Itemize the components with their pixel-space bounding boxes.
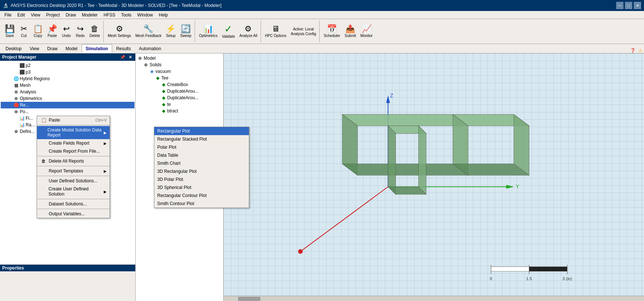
- create-fields-report-item[interactable]: Create Fields Report ▶: [37, 139, 110, 147]
- monitor-button[interactable]: 📈 Monitor: [358, 24, 374, 39]
- scrollbar-thumb[interactable]: [238, 297, 260, 301]
- menu-draw[interactable]: Draw: [63, 12, 79, 18]
- menu-hfss[interactable]: HFSS: [101, 12, 118, 18]
- delete-all-reports-item[interactable]: 🗑 Delete All Reports: [37, 157, 110, 165]
- smith-contour-plot-item[interactable]: Smith Contour Plot: [154, 200, 249, 208]
- tree-item-p2[interactable]: ⬛ p2: [1, 62, 135, 69]
- pin-icon[interactable]: 📌: [120, 54, 126, 60]
- rectangular-stacked-plot-item[interactable]: Rectangular Stacked Plot: [154, 135, 249, 143]
- sweep-button[interactable]: 🔄 Sweep: [178, 24, 193, 39]
- user-defined-solutions-item[interactable]: User Defined Solutions...: [37, 177, 110, 185]
- tree-item-mesh[interactable]: ▦ Mesh: [1, 82, 135, 89]
- menu-file[interactable]: File: [1, 12, 14, 18]
- hpc-options-button[interactable]: 🖥 HPC Options: [263, 24, 288, 39]
- 3d-spherical-plot-item[interactable]: 3D Spherical Plot: [154, 183, 249, 192]
- tree-vacuum[interactable]: ◆ vacuum: [136, 68, 222, 75]
- copy-button[interactable]: 📋 Copy: [31, 24, 45, 39]
- scheduler-button[interactable]: 📅 Scheduler: [322, 24, 342, 39]
- menu-window[interactable]: Window: [135, 12, 156, 18]
- tree-item-p3[interactable]: ⬛ p3: [1, 69, 135, 75]
- active-local-label: Active: Local: [293, 27, 314, 31]
- panel-header-controls[interactable]: 📌 ✕: [120, 54, 133, 60]
- tree-item-po[interactable]: ⊕ Po...: [1, 108, 135, 115]
- redo-icon: ↪: [77, 25, 84, 33]
- optimetrics-icon: 📊: [203, 25, 213, 33]
- output-variables-item[interactable]: Output Variables...: [37, 210, 110, 218]
- toolbar-group-file: 💾 Save ✂ Cut 📋 Copy 📌 Paste ↩ Undo ↪ Red…: [1, 21, 104, 42]
- polar-plot-item[interactable]: Polar Plot: [154, 143, 249, 151]
- data-table-item[interactable]: Data Table: [154, 151, 249, 159]
- paste-menu-item[interactable]: 📋 Paste Ctrl+V: [37, 116, 110, 124]
- tree-item-optimetrics[interactable]: ⊕ Optimetrics: [1, 95, 135, 102]
- tree-btract[interactable]: ◆ btract: [136, 108, 222, 114]
- menu-modeler[interactable]: Modeler: [79, 12, 100, 18]
- menu-tools[interactable]: Tools: [118, 12, 135, 18]
- dataset-solutions-item[interactable]: Dataset Solutions...: [37, 200, 110, 208]
- 3d-rectangular-label: 3D Rectangular Plot: [157, 169, 196, 174]
- h-scrollbar[interactable]: [224, 296, 644, 301]
- output-variables-label: Output Variables...: [49, 211, 85, 216]
- mesh-settings-button[interactable]: ⚙ Mesh Settings: [106, 24, 133, 39]
- analyze-all-button[interactable]: ⚙ Analyze All: [238, 24, 259, 39]
- mesh-feedback-button[interactable]: 🔧 Mesh Feedback: [133, 24, 163, 39]
- setup-button[interactable]: ⚡ Setup: [164, 24, 177, 39]
- tab-draw[interactable]: Draw: [43, 44, 62, 53]
- tree-tee[interactable]: ◆ Tee: [136, 75, 222, 81]
- analysis-config-button[interactable]: Active: Local Analysis Config: [289, 26, 318, 37]
- menu-view[interactable]: View: [28, 12, 43, 18]
- tree-solids[interactable]: ⊕ Solids: [136, 62, 222, 68]
- tab-desktop[interactable]: Desktop: [1, 44, 26, 53]
- report-templates-item[interactable]: Report Templates ▶: [37, 167, 110, 175]
- redo-button[interactable]: ↪ Redo: [74, 24, 87, 39]
- undo-button[interactable]: ↩ Undo: [60, 24, 73, 39]
- tree-label-po: Po...: [20, 109, 29, 114]
- tree-model[interactable]: ⊕ Model: [136, 55, 222, 62]
- tree-vacuum-label: vacuum: [155, 69, 171, 74]
- tree-createbox[interactable]: ◆ CreateBox: [136, 81, 222, 88]
- save-button[interactable]: 💾 Save: [3, 24, 16, 39]
- validate-button[interactable]: ✓ Validate: [220, 23, 237, 40]
- paste-button[interactable]: 📌 Paste: [45, 24, 59, 39]
- create-modal-report-item[interactable]: Create Modal Solution Data Report ▶: [37, 126, 110, 139]
- title-bar-controls[interactable]: ─ □ ✕: [616, 2, 641, 9]
- undo-icon: ↩: [63, 25, 70, 33]
- tab-automation[interactable]: Automation: [135, 44, 165, 53]
- title-text: ANSYS Electronics Desktop 2020 R1 - Tee …: [11, 3, 221, 8]
- tree-label-results: Re...: [20, 103, 29, 108]
- create-report-file-item[interactable]: Create Report From File...: [37, 147, 110, 155]
- menu-project[interactable]: Project: [43, 12, 63, 18]
- 3d-viewport[interactable]: Z Y: [224, 53, 644, 301]
- menu-help[interactable]: Help: [156, 12, 171, 18]
- delete-button[interactable]: 🗑 Delete: [88, 24, 102, 39]
- tree-item-results[interactable]: 🔴 Re...: [1, 102, 135, 108]
- tree-dup1[interactable]: ◆ DuplicateArou...: [136, 88, 222, 94]
- help-icon[interactable]: ❓: [630, 48, 636, 53]
- svg-marker-13: [388, 126, 396, 194]
- tab-results[interactable]: Results: [112, 44, 135, 53]
- tree-item-hybrid[interactable]: 🌐 Hybrid Regions: [1, 75, 135, 82]
- tab-simulation[interactable]: Simulation: [82, 44, 112, 53]
- close-button[interactable]: ✕: [634, 2, 641, 9]
- tab-model[interactable]: Model: [62, 44, 82, 53]
- rectangular-contour-plot-item[interactable]: Rectangular Contour Plot: [154, 192, 249, 200]
- svg-marker-14: [419, 126, 426, 194]
- 3d-polar-plot-item[interactable]: 3D Polar Plot: [154, 175, 249, 183]
- rectangular-plot-item[interactable]: Rectangular Plot: [154, 127, 249, 135]
- submit-button[interactable]: 📤 Submit: [343, 24, 358, 39]
- tree-dup2[interactable]: ◆ DuplicateArou...: [136, 94, 222, 101]
- tab-view[interactable]: View: [26, 44, 43, 53]
- mesh-icon: ▦: [13, 82, 19, 88]
- menu-edit[interactable]: Edit: [14, 12, 28, 18]
- minimize-button[interactable]: ─: [616, 2, 623, 9]
- 3d-rectangular-plot-item[interactable]: 3D Rectangular Plot: [154, 167, 249, 175]
- tree-te[interactable]: ◆ te: [136, 101, 222, 108]
- solids-icon: ⊕: [143, 62, 149, 68]
- panel-close-icon[interactable]: ✕: [127, 54, 133, 60]
- dup1-icon: ◆: [161, 88, 166, 94]
- maximize-button[interactable]: □: [625, 2, 632, 9]
- optimetrics-button[interactable]: 📊 Optimetrics: [197, 24, 220, 39]
- create-user-defined-item[interactable]: Create User Defined Solution ▶: [37, 185, 110, 198]
- tree-item-analysis[interactable]: ⊕ Analysis: [1, 89, 135, 95]
- cut-button[interactable]: ✂ Cut: [17, 24, 30, 39]
- smith-chart-item[interactable]: Smith Chart: [154, 159, 249, 167]
